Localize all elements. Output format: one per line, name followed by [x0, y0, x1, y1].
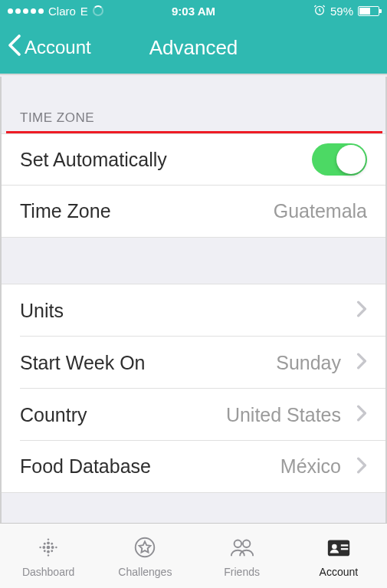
challenges-icon: [130, 534, 159, 563]
row-set-automatically[interactable]: Set Automatically: [2, 133, 385, 186]
svg-point-8: [44, 550, 46, 552]
carrier-label: Claro: [48, 5, 76, 18]
section-header-timezone: TIME ZONE: [2, 77, 385, 133]
chevron-right-icon: [350, 455, 367, 479]
svg-point-1: [47, 545, 51, 549]
svg-point-15: [234, 540, 241, 547]
chevron-left-icon: [8, 34, 21, 61]
timezone-label: Time Zone: [20, 200, 111, 222]
row-units[interactable]: Units: [2, 284, 385, 337]
startweek-value-wrap: Sunday: [276, 350, 367, 375]
country-label: Country: [20, 404, 87, 426]
network-label: E: [80, 5, 88, 18]
tab-label: Challenges: [118, 566, 172, 578]
set-auto-label: Set Automatically: [20, 149, 167, 171]
battery-icon: [358, 6, 379, 16]
svg-point-18: [332, 544, 337, 549]
back-label: Account: [25, 37, 91, 58]
units-value: [350, 298, 367, 323]
svg-point-12: [48, 538, 49, 540]
country-value: United States: [226, 404, 341, 426]
dashboard-icon: [34, 534, 63, 563]
battery-pct: 59%: [330, 5, 353, 18]
loading-spinner-icon: [93, 5, 103, 16]
fooddb-label: Food Database: [20, 455, 151, 478]
svg-point-11: [55, 546, 57, 547]
friends-icon: [228, 534, 257, 563]
startweek-value: Sunday: [276, 352, 341, 374]
svg-point-5: [47, 550, 50, 553]
section-gap: [2, 237, 385, 284]
row-country[interactable]: Country United States: [2, 389, 385, 441]
status-right: 59%: [313, 4, 379, 18]
svg-point-16: [243, 540, 250, 547]
tab-friends[interactable]: Friends: [194, 524, 290, 588]
status-bar: Claro E 9:03 AM 59%: [0, 0, 387, 21]
tab-challenges[interactable]: Challenges: [97, 524, 193, 588]
svg-point-7: [51, 542, 53, 544]
svg-point-3: [51, 546, 54, 549]
svg-point-4: [47, 541, 50, 544]
svg-point-10: [40, 546, 41, 547]
content: TIME ZONE Set Automatically Time Zone Gu…: [0, 77, 387, 523]
svg-point-9: [51, 550, 53, 552]
startweek-label: Start Week On: [20, 352, 146, 374]
units-label: Units: [20, 300, 64, 322]
row-food-database[interactable]: Food Database México: [2, 441, 385, 493]
country-value-wrap: United States: [226, 402, 367, 427]
tab-label: Friends: [224, 566, 260, 578]
tab-dashboard[interactable]: Dashboard: [0, 524, 97, 588]
timezone-value: Guatemala: [274, 200, 367, 222]
row-time-zone[interactable]: Time Zone Guatemala: [2, 186, 385, 238]
tab-label: Account: [320, 566, 359, 578]
nav-bar: Account Advanced: [0, 21, 387, 75]
fooddb-value-wrap: México: [280, 455, 367, 479]
svg-point-2: [43, 546, 46, 549]
set-auto-toggle[interactable]: [312, 143, 367, 176]
back-button[interactable]: Account: [0, 34, 91, 61]
svg-rect-20: [341, 547, 348, 549]
tab-bar: Dashboard Challenges Friends Account: [0, 523, 387, 588]
svg-rect-19: [341, 544, 348, 546]
row-start-week[interactable]: Start Week On Sunday: [2, 337, 385, 389]
chevron-right-icon: [350, 402, 367, 427]
chevron-right-icon: [350, 298, 367, 323]
screen: Claro E 9:03 AM 59% Account Advanced TIM…: [0, 0, 387, 588]
svg-point-6: [44, 542, 46, 544]
tab-account[interactable]: Account: [290, 524, 387, 588]
account-icon: [324, 534, 353, 563]
chevron-right-icon: [350, 350, 367, 375]
status-left: Claro E: [8, 5, 313, 18]
tab-label: Dashboard: [22, 566, 75, 578]
svg-point-13: [48, 554, 49, 556]
fooddb-value: México: [280, 455, 341, 478]
signal-dots-icon: [8, 8, 44, 14]
alarm-icon: [313, 4, 326, 18]
